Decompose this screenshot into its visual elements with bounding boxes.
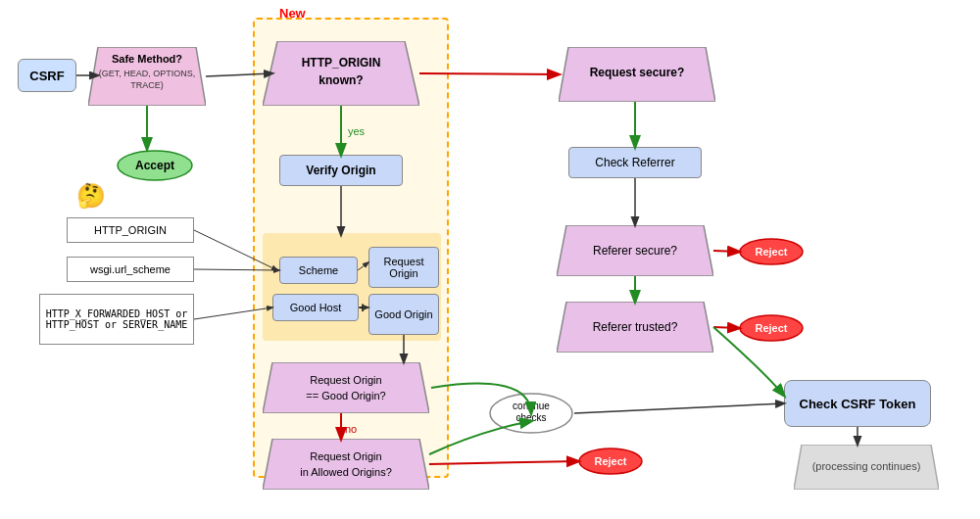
reject3-shape: Reject <box>578 447 643 479</box>
check-csrf-box: Check CSRF Token <box>784 380 931 427</box>
svg-line-47 <box>574 403 784 413</box>
svg-line-53 <box>713 327 739 328</box>
reject2-shape: Reject <box>739 313 804 346</box>
svg-line-46 <box>429 461 578 464</box>
svg-text:checks: checks <box>515 412 546 423</box>
http-origin-box: HTTP_ORIGIN <box>67 217 194 243</box>
svg-text:(processing continues): (processing continues) <box>812 460 921 472</box>
svg-line-51 <box>713 251 739 252</box>
check-referrer-box: Check Referrer <box>568 147 702 178</box>
processing-shape: (processing continues) <box>794 445 939 493</box>
svg-text:Reject: Reject <box>755 246 787 258</box>
reject1-shape: Reject <box>739 237 804 269</box>
svg-marker-9 <box>263 362 429 413</box>
req-in-allowed-shape: Request Origin in Allowed Origins? <box>263 439 429 493</box>
request-secure-shape: Request secure? <box>559 47 715 105</box>
svg-marker-12 <box>263 439 429 490</box>
svg-text:continue: continue <box>513 401 550 411</box>
svg-text:Reject: Reject <box>755 322 787 334</box>
good-host-box: Good Host <box>272 294 359 321</box>
accept-shape: Accept <box>116 149 194 185</box>
svg-text:in Allowed Origins?: in Allowed Origins? <box>300 466 392 478</box>
safe-method-shape: Safe Method? (GET, HEAD, OPTIONS, TRACE) <box>88 47 206 109</box>
svg-text:Request secure?: Request secure? <box>590 66 685 79</box>
thinking-emoji: 🤔 <box>76 182 106 210</box>
csrf-box: CSRF <box>18 59 76 92</box>
plus-label: + <box>355 300 370 315</box>
wsgi-box: wsgi.url_scheme <box>67 257 194 282</box>
referer-trusted-shape: Referer trusted? <box>557 302 713 355</box>
http-origin-known-shape: HTTP_ORIGIN known? <box>263 41 419 109</box>
svg-text:Accept: Accept <box>135 159 174 172</box>
svg-text:Safe Method?: Safe Method? <box>112 53 182 65</box>
req-eq-good-shape: Request Origin == Good Origin? <box>263 362 429 416</box>
http-x-box: HTTP_X_FORWARDED_HOST or HTTP_HOST or SE… <box>39 294 194 345</box>
svg-text:known?: known? <box>318 73 363 87</box>
svg-text:Referer secure?: Referer secure? <box>593 244 677 258</box>
good-origin-box: Good Origin <box>368 294 439 335</box>
svg-text:== Good Origin?: == Good Origin? <box>306 390 385 401</box>
svg-text:(GET, HEAD, OPTIONS,: (GET, HEAD, OPTIONS, <box>99 69 196 78</box>
svg-text:HTTP_ORIGIN: HTTP_ORIGIN <box>302 56 381 70</box>
svg-text:TRACE): TRACE) <box>130 80 164 90</box>
new-badge: New <box>279 6 306 21</box>
referer-secure-shape: Referer secure? <box>557 225 713 279</box>
continue-checks-shape: continue checks <box>488 392 574 438</box>
svg-text:Referer trusted?: Referer trusted? <box>593 320 678 334</box>
svg-text:Request Origin: Request Origin <box>310 374 381 386</box>
svg-text:Reject: Reject <box>594 455 626 467</box>
request-origin-box: Request Origin <box>368 247 439 288</box>
diagram: New CSRF Safe Method? (GET, HEAD, OPTION… <box>0 0 980 519</box>
svg-text:Request Origin: Request Origin <box>310 450 381 462</box>
verify-origin-box: Verify Origin <box>279 155 403 186</box>
scheme-box: Scheme <box>279 257 358 284</box>
